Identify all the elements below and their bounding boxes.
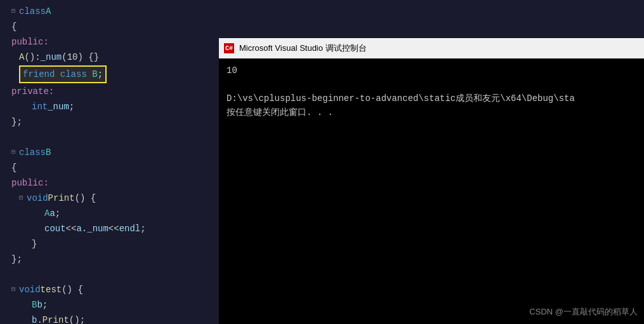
collapse-icon-print[interactable]: ⊟ — [19, 191, 25, 206]
console-prompt: 按任意键关闭此窗口. . . — [227, 107, 333, 118]
line-public-b: public: — [6, 175, 213, 191]
line-brace-open-a: { — [6, 19, 213, 34]
line-blank1 — [6, 130, 213, 145]
line-b-print: b.Print(); — [6, 313, 213, 324]
keyword-class: class — [19, 4, 46, 19]
line-friend: friend class B; — [6, 65, 213, 83]
console-body: 10 D:\vs\cplusplus-beginner-to-advanced\… — [219, 58, 644, 324]
console-path: D:\vs\cplusplus-beginner-to-advanced\sta… — [227, 93, 575, 104]
line-brace-close-a: }; — [6, 114, 213, 130]
friend-class-highlight: friend class B; — [19, 65, 107, 83]
line-blank2 — [6, 267, 213, 282]
line-int-num: int _num; — [6, 99, 213, 114]
console-titlebar: C# Microsoft Visual Studio 调试控制台 — [219, 38, 644, 58]
line-void-print: ⊟ void Print() { — [6, 191, 213, 206]
line-brace-close-print: } — [6, 236, 213, 252]
watermark: CSDN @一直敲代码的稻草人 — [529, 306, 638, 318]
line-cout: cout << a._num << endl; — [6, 221, 213, 236]
line-void-test: ⊟ void test() { — [6, 282, 213, 297]
console-app-icon: C# — [224, 43, 234, 53]
line-a-a: A a; — [6, 206, 213, 221]
line-brace-close-b: }; — [6, 252, 213, 267]
classname-a: A — [46, 4, 51, 19]
code-content: ⊟ class A { public: A(): _num(10) {} fri… — [0, 0, 213, 324]
line-b-b: B b; — [6, 297, 213, 313]
right-panel: C# Microsoft Visual Studio 调试控制台 10 D:\v… — [213, 0, 644, 324]
code-editor: ⊟ class A { public: A(): _num(10) {} fri… — [0, 0, 213, 324]
line-class-b: ⊟ class B — [6, 145, 213, 160]
line-brace-open-b: { — [6, 160, 213, 175]
console-window: C# Microsoft Visual Studio 调试控制台 10 D:\v… — [219, 38, 644, 324]
console-number: 10 — [227, 64, 636, 78]
collapse-icon-b[interactable]: ⊟ — [11, 145, 18, 160]
collapse-icon-a[interactable]: ⊟ — [11, 4, 18, 19]
console-title: Microsoft Visual Studio 调试控制台 — [239, 43, 639, 54]
collapse-icon-test[interactable]: ⊟ — [11, 282, 18, 297]
line-class-a: ⊟ class A — [6, 4, 213, 19]
line-constructor: A(): _num(10) {} — [6, 50, 213, 65]
line-private-a: private: — [6, 84, 213, 99]
line-public-a: public: — [6, 34, 213, 50]
